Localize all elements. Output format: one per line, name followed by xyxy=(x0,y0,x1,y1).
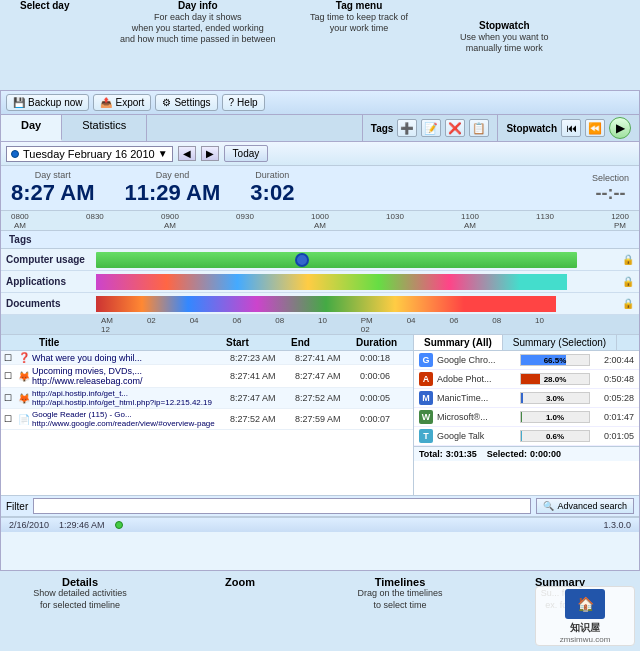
summary-selection-tab[interactable]: Summary (Selection) xyxy=(503,335,617,350)
activity-row[interactable]: ☐ ❓ What were you doing whil... 8:27:23 … xyxy=(1,351,413,365)
activity-row[interactable]: ☐ 🦊 http://api.hostip.info/get_t...http:… xyxy=(1,388,413,409)
filter-bar: Filter 🔍 Advanced search xyxy=(1,495,639,517)
documents-label: Documents xyxy=(6,298,96,309)
applications-fill xyxy=(96,274,567,290)
tag-edit-button[interactable]: 📝 xyxy=(421,119,441,137)
tag-add-button[interactable]: ➕ xyxy=(397,119,417,137)
status-date: 2/16/2010 xyxy=(9,520,49,530)
tag-delete-button[interactable]: ❌ xyxy=(445,119,465,137)
filter-label: Filter xyxy=(6,501,28,512)
top-annotations: Select day Day info For each day it show… xyxy=(0,0,640,90)
summary-panel: Summary (All) Summary (Selection) G Goog… xyxy=(414,335,639,495)
backup-icon: 💾 xyxy=(13,97,25,108)
applications-track[interactable]: Applications 🔒 xyxy=(1,271,639,293)
progress-bar-photoshop: 28.0% xyxy=(520,373,590,385)
bottom-panels: Title Start End Duration ☐ ❓ What were y… xyxy=(1,335,639,495)
annotation-tag-menu: Tag menu Tag time to keep track of your … xyxy=(310,0,408,33)
lower-timeline-ruler: AM12 02 04 06 08 10 PM02 04 06 08 10 xyxy=(1,315,639,335)
row-checkbox[interactable]: ☐ xyxy=(4,353,18,363)
status-bar: 2/16/2010 1:29:46 AM 1.3.0.0 xyxy=(1,517,639,532)
help-button[interactable]: ? Help xyxy=(222,94,265,111)
date-next-button[interactable]: ▶ xyxy=(201,146,219,161)
annotation-day-info: Day info For each day it shows when you … xyxy=(120,0,276,44)
summary-all-tab[interactable]: Summary (All) xyxy=(414,335,503,350)
timeline-position-marker xyxy=(295,253,309,267)
dropdown-arrow-icon[interactable]: ▼ xyxy=(158,148,168,159)
summary-tabs: Summary (All) Summary (Selection) xyxy=(414,335,639,351)
today-button[interactable]: Today xyxy=(224,145,269,162)
row-checkbox[interactable]: ☐ xyxy=(4,371,18,381)
status-dot xyxy=(115,521,123,529)
selection-block: Selection --:-- xyxy=(592,173,629,204)
activity-row[interactable]: ☐ 🦊 Upcoming movies, DVDs,...http://www.… xyxy=(1,365,413,388)
progress-bar-microsoft: 1.0% xyxy=(520,411,590,423)
duration-block: Duration 3:02 xyxy=(250,170,294,206)
tags-label: Tags xyxy=(1,231,639,249)
annotation-stopwatch: Stopwatch Use when you want to manually … xyxy=(460,20,549,53)
tag-more-button[interactable]: 📋 xyxy=(469,119,489,137)
tags-controls: Tags ➕ 📝 ❌ 📋 xyxy=(362,115,498,141)
applications-bar[interactable] xyxy=(96,274,619,290)
row-icon: 📄 xyxy=(18,414,32,425)
app-icon-photoshop: A xyxy=(419,372,433,386)
documents-track[interactable]: Documents 🔒 xyxy=(1,293,639,315)
app-icon-microsoft: W xyxy=(419,410,433,424)
help-icon: ? xyxy=(229,97,235,108)
activity-row[interactable]: ☐ 📄 Google Reader (115) - Go...http://ww… xyxy=(1,409,413,430)
summary-row: W Microsoft®... 1.0% 0:01:47 xyxy=(414,408,639,427)
status-version: 1.3.0.0 xyxy=(603,520,631,530)
documents-lock-icon: 🔒 xyxy=(622,298,634,310)
tab-statistics[interactable]: Statistics xyxy=(62,115,147,141)
export-button[interactable]: 📤 Export xyxy=(93,94,151,111)
activity-panel: Title Start End Duration ☐ ❓ What were y… xyxy=(1,335,414,495)
tab-day[interactable]: Day xyxy=(1,115,62,141)
computer-usage-bar[interactable] xyxy=(96,252,619,268)
settings-button[interactable]: ⚙ Settings xyxy=(155,94,217,111)
advanced-search-button[interactable]: 🔍 Advanced search xyxy=(536,498,634,514)
row-checkbox[interactable]: ☐ xyxy=(4,393,18,403)
stopwatch-controls: Stopwatch ⏮ ⏪ ▶ xyxy=(497,115,639,141)
day-info-section: Day start 8:27 AM Day end 11:29 AM Durat… xyxy=(1,166,639,211)
summary-row: M ManicTime... 3.0% 0:05:28 xyxy=(414,389,639,408)
progress-bar-chrome: 66.5% xyxy=(520,354,590,366)
stopwatch-play-button[interactable]: ▶ xyxy=(609,117,631,139)
documents-bar[interactable] xyxy=(96,296,619,312)
date-input-container: Tuesday February 16 2010 ▼ xyxy=(6,146,173,162)
applications-lock-icon: 🔒 xyxy=(622,276,634,288)
progress-bar-googletalk: 0.6% xyxy=(520,430,590,442)
row-checkbox[interactable]: ☐ xyxy=(4,414,18,424)
export-icon: 📤 xyxy=(100,97,112,108)
lock-icon: 🔒 xyxy=(622,254,634,266)
date-prev-button[interactable]: ◀ xyxy=(178,146,196,161)
applications-label: Applications xyxy=(6,276,96,287)
app-icon-chrome: G xyxy=(419,353,433,367)
documents-fill xyxy=(96,296,556,312)
filter-input[interactable] xyxy=(33,498,531,514)
stopwatch-back-button[interactable]: ⏪ xyxy=(585,119,605,137)
summary-total: Total: 3:01:35 Selected: 0:00:00 xyxy=(414,446,639,461)
row-icon: 🦊 xyxy=(18,393,32,404)
annotation-select-day: Select day xyxy=(20,0,69,11)
day-end-block: Day end 11:29 AM xyxy=(125,170,221,206)
annotation-timelines: Timelines Drag on the timelines to selec… xyxy=(330,576,470,611)
annotation-zoom: Zoom xyxy=(170,576,310,588)
app-icon-googletalk: T xyxy=(419,429,433,443)
stopwatch-reset-button[interactable]: ⏮ xyxy=(561,119,581,137)
status-time: 1:29:46 AM xyxy=(59,520,105,530)
watermark: 🏠 知识屋 zmsimwu.com xyxy=(535,586,635,646)
lower-ruler-marks: AM12 02 04 06 08 10 PM02 04 06 08 10 xyxy=(6,316,634,334)
backup-now-button[interactable]: 💾 Backup now xyxy=(6,94,89,111)
main-app: 💾 Backup now 📤 Export ⚙ Settings ? Help … xyxy=(0,90,640,571)
watermark-logo: 🏠 xyxy=(565,589,605,619)
timeline-ruler: 0800AM 0830 0900AM 0930 1000AM 1030 1100… xyxy=(1,211,639,231)
computer-usage-track[interactable]: Computer usage 🔒 xyxy=(1,249,639,271)
row-icon: ❓ xyxy=(18,352,32,363)
gear-icon: ⚙ xyxy=(162,97,171,108)
computer-usage-fill xyxy=(96,252,577,268)
date-dot xyxy=(11,150,19,158)
summary-row: G Google Chro... 66.5% 2:00:44 xyxy=(414,351,639,370)
toolbar: 💾 Backup now 📤 Export ⚙ Settings ? Help xyxy=(1,91,639,115)
search-icon: 🔍 xyxy=(543,501,554,511)
annotation-details: Details Show detailed activities for sel… xyxy=(10,576,150,611)
app-icon-manictime: M xyxy=(419,391,433,405)
